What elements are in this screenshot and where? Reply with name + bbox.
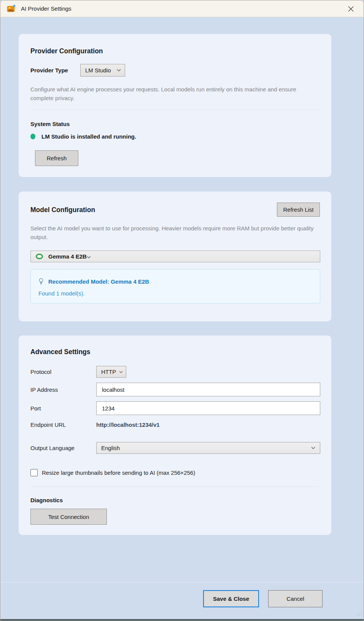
resize-grip[interactable] xyxy=(356,610,362,618)
provider-configuration-heading: Provider Configuration xyxy=(30,47,103,55)
save-close-button[interactable]: Save & Close xyxy=(203,590,259,607)
resize-thumbnails-row: Resize large thumbnails before sending t… xyxy=(30,469,195,476)
chevron-down-icon xyxy=(311,447,315,449)
provider-type-value: LM Studio xyxy=(85,67,111,73)
titlebar[interactable]: AI Provider Settings xyxy=(0,0,364,17)
protocol-row: Protocol HTTP xyxy=(30,366,320,378)
model-configuration-heading: Model Configuration xyxy=(30,206,95,214)
provider-configuration-card: Provider Configuration Provider Type LM … xyxy=(19,34,331,177)
status-ok-dot-icon xyxy=(30,134,35,139)
provider-divider xyxy=(30,110,319,110)
model-configuration-card: Model Configuration Refresh List Select … xyxy=(19,192,331,321)
port-input[interactable] xyxy=(97,402,320,415)
provider-type-dropdown[interactable]: LM Studio xyxy=(80,64,125,77)
footer-divider xyxy=(0,582,364,582)
ip-address-input[interactable] xyxy=(97,383,320,396)
recommendation-info-box: Recommended Model: Gemma 4 E2B Found 1 m… xyxy=(30,269,320,303)
test-connection-button[interactable]: Test Connection xyxy=(30,509,107,525)
selected-model-name: Gemma 4 E2B xyxy=(48,253,87,260)
status-message: LM Studio is installed and running. xyxy=(41,133,136,140)
refresh-button[interactable]: Refresh xyxy=(35,150,78,166)
app-image-ai-icon xyxy=(6,4,16,14)
port-row: Port xyxy=(30,401,320,415)
output-language-label: Output Language xyxy=(30,445,96,451)
advanced-divider xyxy=(30,487,319,487)
diagnostics-heading: Diagnostics xyxy=(30,497,63,503)
ip-address-field-wrap xyxy=(96,383,320,396)
resize-thumbnails-checkbox[interactable] xyxy=(30,469,38,476)
window-bottom-edge xyxy=(0,619,364,621)
close-button[interactable] xyxy=(343,3,358,15)
vision-eye-icon xyxy=(35,254,43,259)
port-field-wrap xyxy=(96,401,320,415)
output-language-value: English xyxy=(101,445,120,451)
lightbulb-icon xyxy=(38,278,44,285)
advanced-settings-heading: Advanced Settings xyxy=(30,348,91,356)
refresh-list-button[interactable]: Refresh List xyxy=(277,203,320,217)
endpoint-url-label: Endpoint URL xyxy=(30,421,96,428)
chevron-down-icon xyxy=(119,371,123,373)
output-language-row: Output Language English xyxy=(30,442,320,454)
model-select-dropdown[interactable]: Gemma 4 E2B xyxy=(30,251,320,262)
chevron-down-icon xyxy=(87,253,91,260)
resize-thumbnails-label: Resize large thumbnails before sending t… xyxy=(42,469,195,476)
ip-address-label: IP Address xyxy=(30,386,96,393)
provider-type-row: Provider Type LM Studio xyxy=(30,64,125,77)
protocol-label: Protocol xyxy=(30,369,96,375)
protocol-dropdown[interactable]: HTTP xyxy=(96,366,126,378)
endpoint-url-value: http://localhost:1234/v1 xyxy=(96,421,160,428)
cancel-button[interactable]: Cancel xyxy=(268,590,323,607)
chevron-down-icon xyxy=(117,69,121,72)
port-label: Port xyxy=(30,405,96,412)
provider-type-label: Provider Type xyxy=(30,67,80,73)
provider-description: Configure what AI engine processes your … xyxy=(30,85,320,102)
protocol-value: HTTP xyxy=(101,369,116,375)
models-found-text: Found 1 model(s). xyxy=(38,290,312,297)
system-status-row: LM Studio is installed and running. xyxy=(30,133,136,140)
output-language-dropdown[interactable]: English xyxy=(96,442,320,454)
recommended-model-text: Recommended Model: Gemma 4 E2B xyxy=(48,278,149,285)
endpoint-url-row: Endpoint URL http://localhost:1234/v1 xyxy=(30,421,320,428)
advanced-settings-card: Advanced Settings Protocol HTTP IP Addre… xyxy=(19,335,331,535)
window-title: AI Provider Settings xyxy=(21,5,72,12)
ip-address-row: IP Address xyxy=(30,383,320,396)
system-status-heading: System Status xyxy=(30,121,70,127)
ai-provider-settings-dialog: AI Provider Settings Provider Configurat… xyxy=(0,0,364,621)
model-description: Select the AI model you want to use for … xyxy=(30,224,320,241)
close-icon xyxy=(348,6,354,12)
